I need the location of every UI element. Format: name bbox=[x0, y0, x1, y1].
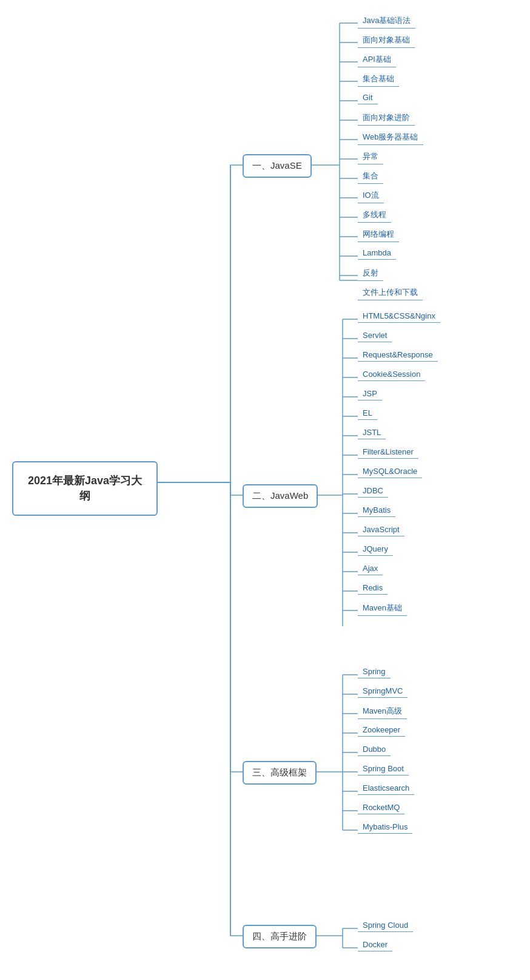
leaf-jstl: JSTL bbox=[358, 426, 386, 439]
leaf-file-upload: 文件上传和下载 bbox=[358, 285, 423, 300]
leaf-docker: Docker bbox=[358, 938, 392, 951]
leaf-maven-basic: Maven基础 bbox=[358, 601, 407, 616]
leaf-html5: HTML5&CSS&Nginx bbox=[358, 309, 440, 323]
leaf-web-server-basic: Web服务器基础 bbox=[358, 130, 423, 145]
leaf-oop-advanced: 面向对象进阶 bbox=[358, 110, 415, 126]
leaf-git: Git bbox=[358, 91, 378, 104]
leaf-collection: 集合 bbox=[358, 169, 383, 184]
branch-advanced: 三、高级框架 bbox=[243, 761, 317, 785]
leaf-request-response: Request&Response bbox=[358, 348, 438, 362]
leaf-springmvc: SpringMVC bbox=[358, 684, 408, 698]
leaf-collection-basic: 集合基础 bbox=[358, 72, 399, 87]
leaf-spring: Spring bbox=[358, 665, 391, 678]
leaf-mybatis-plus: Mybatis-Plus bbox=[358, 820, 412, 834]
leaf-mybatis: MyBatis bbox=[358, 504, 395, 517]
leaf-exception: 异常 bbox=[358, 149, 383, 164]
leaf-maven-advanced: Maven高级 bbox=[358, 704, 407, 719]
leaf-zookeeper: Zookeeper bbox=[358, 723, 405, 737]
root-node: 2021年最新Java学习大纲 bbox=[12, 461, 158, 516]
leaf-ajax: Ajax bbox=[358, 562, 383, 575]
branch-javaweb: 二、JavaWeb bbox=[243, 484, 318, 508]
leaf-network: 网络编程 bbox=[358, 227, 399, 242]
leaf-lambda: Lambda bbox=[358, 246, 396, 260]
leaf-el: EL bbox=[358, 407, 377, 420]
leaf-java-basics: Java基础语法 bbox=[358, 13, 415, 29]
leaf-mysql-oracle: MySQL&Oracle bbox=[358, 465, 422, 478]
leaf-dubbo: Dubbo bbox=[358, 743, 391, 756]
leaf-jdbc: JDBC bbox=[358, 484, 388, 498]
leaf-javascript: JavaScript bbox=[358, 523, 404, 536]
mind-map: 2021年最新Java学习大纲 一、JavaSE Java基础语法 面向对象基础… bbox=[0, 0, 530, 980]
leaf-redis: Redis bbox=[358, 581, 387, 595]
leaf-jquery: JQuery bbox=[358, 542, 393, 556]
leaf-reflection: 反射 bbox=[358, 266, 383, 281]
leaf-elasticsearch: Elasticsearch bbox=[358, 782, 414, 795]
leaf-oop-basic: 面向对象基础 bbox=[358, 33, 415, 48]
leaf-servlet: Servlet bbox=[358, 329, 392, 342]
leaf-api-basic: API基础 bbox=[358, 52, 396, 67]
leaf-filter-listener: Filter&Listener bbox=[358, 445, 418, 459]
branch-javase: 一、JavaSE bbox=[243, 154, 312, 178]
leaf-cookie-session: Cookie&Session bbox=[358, 368, 425, 381]
leaf-spring-cloud: Spring Cloud bbox=[358, 919, 413, 932]
leaf-rocketmq: RocketMQ bbox=[358, 801, 404, 814]
branch-expert: 四、高手进阶 bbox=[243, 925, 317, 948]
leaf-io: IO流 bbox=[358, 188, 384, 203]
leaf-multithread: 多线程 bbox=[358, 208, 391, 223]
leaf-spring-boot: Spring Boot bbox=[358, 762, 409, 776]
leaf-jsp: JSP bbox=[358, 387, 382, 400]
